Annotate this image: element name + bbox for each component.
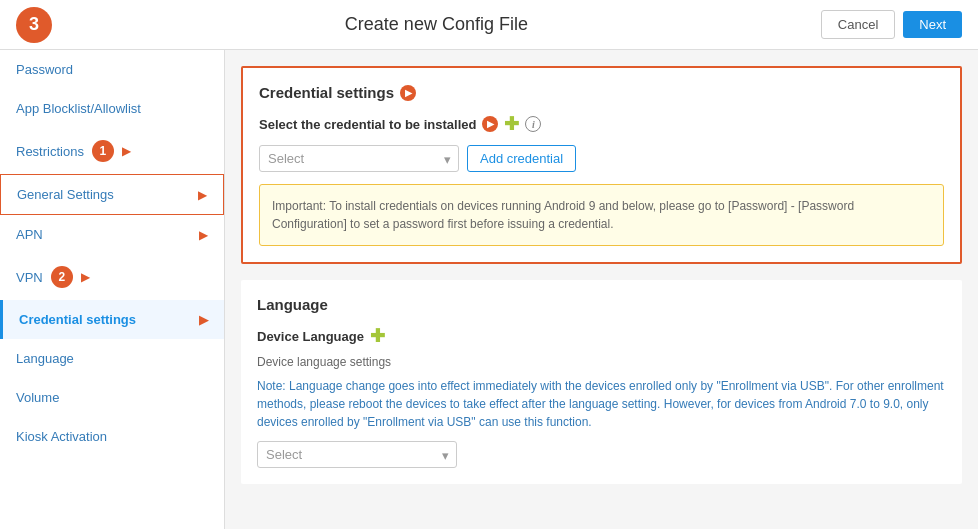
language-section: Language Device Language ✚ Device langua…	[241, 280, 962, 484]
sidebar-item-label: App Blocklist/Allowlist	[16, 101, 141, 116]
sidebar-item-password[interactable]: Password	[0, 50, 224, 89]
sidebar-item-label: Kiosk Activation	[16, 429, 107, 444]
sidebar-item-general-settings[interactable]: General Settings ▶	[0, 174, 224, 215]
sidebar-item-label: Password	[16, 62, 73, 77]
next-button[interactable]: Next	[903, 11, 962, 38]
sidebar-item-language[interactable]: Language	[0, 339, 224, 378]
android-icon-vpn: ▶	[81, 270, 90, 284]
android-badge-credential: ▶	[400, 85, 416, 101]
warning-text: Important: To install credentials on dev…	[272, 199, 854, 231]
sidebar-item-kiosk-activation[interactable]: Kiosk Activation	[0, 417, 224, 456]
device-language-description: Device language settings	[257, 353, 946, 371]
credential-select-wrapper: Select	[259, 145, 459, 172]
sidebar-item-label: Credential settings	[19, 312, 136, 327]
credential-select-row: Select Add credential	[259, 145, 944, 172]
sidebar-item-label: VPN	[16, 270, 43, 285]
info-icon[interactable]: i	[525, 116, 541, 132]
sidebar-item-label: APN	[16, 227, 43, 242]
language-select[interactable]: Select	[257, 441, 457, 468]
add-credential-button[interactable]: Add credential	[467, 145, 576, 172]
credential-settings-section: Credential settings ▶ Select the credent…	[241, 66, 962, 264]
sidebar-item-apn[interactable]: APN ▶	[0, 215, 224, 254]
device-language-title: Device Language ✚	[257, 325, 946, 347]
sidebar-item-vpn[interactable]: VPN 2 ▶	[0, 254, 224, 300]
android-icon-apn: ▶	[199, 228, 208, 242]
language-select-wrapper: Select	[257, 441, 457, 468]
select-credential-subtitle: Select the credential to be installed ▶ …	[259, 113, 944, 135]
sidebar-item-volume[interactable]: Volume	[0, 378, 224, 417]
sidebar-item-label: Restrictions	[16, 144, 84, 159]
sidebar-item-app-blocklist[interactable]: App Blocklist/Allowlist	[0, 89, 224, 128]
sidebar-item-restrictions[interactable]: Restrictions 1 ▶	[0, 128, 224, 174]
sidebar-item-label: Language	[16, 351, 74, 366]
layout: Password App Blocklist/Allowlist Restric…	[0, 50, 978, 529]
header-actions: Cancel Next	[821, 10, 962, 39]
sidebar: Password App Blocklist/Allowlist Restric…	[0, 50, 225, 529]
android-icon-restrictions: ▶	[122, 144, 131, 158]
sidebar-item-label: Volume	[16, 390, 59, 405]
android-icon-credential: ▶	[199, 313, 208, 327]
step-indicator: 3	[16, 7, 52, 43]
language-section-title: Language	[257, 296, 946, 313]
android-badge-select: ▶	[482, 116, 498, 132]
sidebar-item-credential-settings[interactable]: Credential settings ▶	[0, 300, 224, 339]
credential-select[interactable]: Select	[259, 145, 459, 172]
badge-2: 2	[51, 266, 73, 288]
main-content: Credential settings ▶ Select the credent…	[225, 50, 978, 529]
warning-box: Important: To install credentials on dev…	[259, 184, 944, 246]
android-plus-language: ✚	[370, 325, 385, 347]
header: 3 Create new Config File Cancel Next	[0, 0, 978, 50]
android-icon-general: ▶	[198, 188, 207, 202]
android-plus-select: ✚	[504, 113, 519, 135]
page-title: Create new Config File	[52, 14, 821, 35]
badge-1: 1	[92, 140, 114, 162]
credential-settings-title: Credential settings ▶	[259, 84, 944, 101]
sidebar-item-label: General Settings	[17, 187, 114, 202]
cancel-button[interactable]: Cancel	[821, 10, 895, 39]
device-language-note: Note: Language change goes into effect i…	[257, 377, 946, 431]
